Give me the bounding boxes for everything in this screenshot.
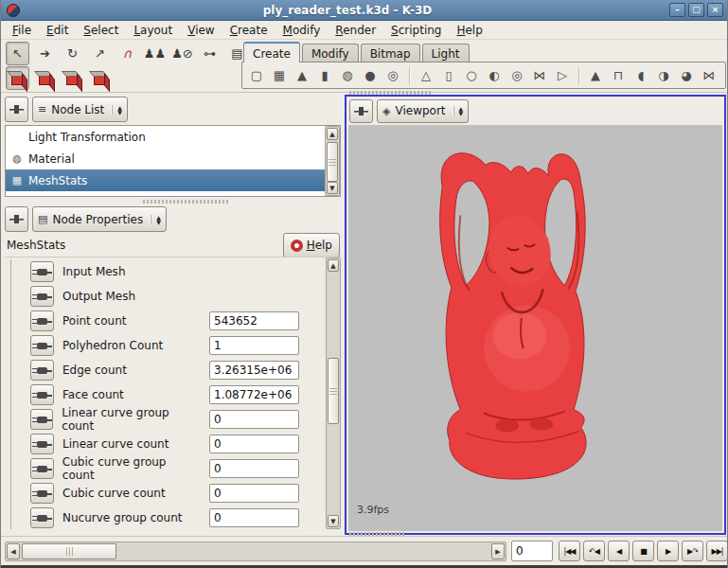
property-plug-button[interactable] — [30, 335, 54, 356]
menu-item[interactable]: Scripting — [383, 22, 449, 39]
property-plug-button[interactable] — [30, 458, 54, 479]
select-faces-mode-button[interactable] — [88, 66, 112, 90]
scroll-down-icon[interactable]: ▼ — [327, 182, 338, 194]
pin-panel-button[interactable] — [5, 206, 28, 232]
parent-button[interactable]: ♟♟ — [143, 42, 167, 65]
select-nodes-mode-button[interactable] — [6, 66, 29, 90]
select-points-mode-button[interactable] — [33, 66, 57, 90]
close-button[interactable]: × — [707, 3, 723, 17]
nurbs-sphere-icon[interactable]: ◖ — [630, 68, 652, 82]
skip-to-start-button[interactable]: |◀◀ — [559, 541, 580, 561]
property-value-field[interactable] — [209, 311, 299, 330]
pin-panel-button[interactable] — [5, 97, 28, 122]
buddha-model[interactable] — [430, 140, 610, 488]
scale-tool-button[interactable]: ↗ — [88, 42, 112, 65]
poly-torus-icon[interactable]: ◎ — [382, 68, 404, 82]
quadric-cone-icon[interactable]: △ — [415, 68, 437, 82]
menu-item[interactable]: Modify — [275, 22, 328, 39]
quadric-sphere-icon[interactable]: ◐ — [483, 68, 506, 82]
scroll-down-icon[interactable]: ▼ — [328, 515, 339, 527]
loop-play-backward-button[interactable]: ↶◀ — [583, 541, 605, 561]
menu-item[interactable]: Edit — [39, 22, 76, 39]
poly-sphere-icon[interactable]: ◍ — [336, 68, 359, 82]
menu-item[interactable]: Layout — [126, 22, 180, 39]
menu-item[interactable]: Render — [328, 22, 383, 39]
skip-to-end-button[interactable]: ▶▶| — [706, 541, 728, 561]
menu-item[interactable]: Create — [222, 22, 275, 39]
node-list-item[interactable]: Light Transformation — [6, 126, 340, 148]
nurbs-hemisphere-icon[interactable]: ◑ — [652, 68, 675, 82]
scrollbar-thumb[interactable] — [22, 543, 116, 559]
property-plug-button[interactable] — [30, 434, 54, 454]
property-value-field[interactable] — [209, 385, 299, 404]
minimize-button[interactable]: – — [669, 3, 685, 17]
rotate-tool-button[interactable]: ↻ — [61, 42, 84, 65]
quadric-torus-icon[interactable]: ◎ — [506, 68, 528, 82]
scroll-left-icon[interactable]: ◀ — [7, 543, 20, 559]
play-button[interactable]: ▶ — [657, 541, 679, 561]
property-value-field[interactable] — [209, 361, 299, 380]
loop-play-forward-button[interactable]: ▶↷ — [682, 541, 703, 561]
property-value-field[interactable] — [209, 484, 299, 503]
viewport-canvas[interactable]: 3.9fps — [348, 125, 722, 531]
unparent-button[interactable]: ♟⊘ — [170, 42, 194, 65]
horizontal-scrollbar[interactable]: ◀ ▶ — [5, 541, 506, 561]
property-value-field[interactable] — [209, 435, 299, 453]
property-value-field[interactable] — [209, 508, 299, 527]
node-list-item[interactable]: MeshStats Instance — [6, 191, 340, 197]
notebook-tab[interactable]: Create — [243, 42, 300, 62]
property-value-field[interactable] — [209, 459, 299, 478]
quadric-cylinder-icon[interactable]: ▯ — [437, 68, 460, 82]
scroll-up-icon[interactable]: ▲ — [328, 259, 339, 272]
properties-scrollbar[interactable]: ▲ ▼ — [326, 257, 341, 529]
stop-button[interactable]: ■ — [632, 541, 654, 561]
menu-item[interactable]: File — [5, 22, 39, 39]
select-tool-button[interactable]: ↖ — [6, 42, 29, 65]
panel-resize-grip[interactable] — [143, 200, 228, 204]
property-plug-button[interactable] — [30, 360, 54, 381]
poly-cylinder-icon[interactable]: ▮ — [313, 68, 336, 82]
scroll-up-icon[interactable]: ▲ — [327, 128, 338, 140]
scroll-right-icon[interactable]: ▶ — [491, 543, 505, 559]
poly-sphere-quad-icon[interactable]: ● — [359, 68, 382, 82]
menu-item[interactable]: Help — [449, 22, 489, 39]
property-plug-button[interactable] — [30, 286, 54, 307]
node-list-item[interactable]: ▦ MeshStats — [6, 169, 340, 191]
panel-type-selector[interactable]: ▤ Node Properties ▲▼ — [32, 206, 167, 232]
property-plug-button[interactable] — [30, 384, 54, 405]
nurbs-cone-icon[interactable]: ▲ — [584, 68, 607, 82]
menu-item[interactable]: Select — [76, 22, 126, 39]
poly-cube-icon[interactable]: ▢ — [245, 68, 268, 82]
property-value-field[interactable] — [209, 336, 299, 355]
frame-number-field[interactable] — [511, 541, 553, 561]
plug-tool-button[interactable]: ⊶ — [198, 42, 222, 65]
nurbs-hyperboloid-icon[interactable]: ⋈ — [698, 68, 720, 82]
maximize-button[interactable]: □ — [688, 3, 704, 17]
snap-tool-button[interactable]: ∩ — [115, 42, 139, 65]
title-bar[interactable]: ply_reader_test.k3d - K-3D –□× — [1, 0, 727, 21]
quadric-disk-icon[interactable]: ○ — [460, 68, 483, 82]
property-plug-button[interactable] — [30, 507, 54, 528]
quadric-paraboloid-icon[interactable]: ▷ — [551, 68, 574, 82]
panel-type-selector[interactable]: ≡ Node List ▲▼ — [32, 97, 128, 122]
poly-cone-icon[interactable]: ▲ — [291, 68, 313, 82]
nurbs-cylinder-icon[interactable]: ⊓ — [607, 68, 630, 82]
select-lines-mode-button[interactable] — [61, 66, 84, 90]
node-list-item[interactable]: ◍ Material — [6, 148, 340, 169]
play-backward-button[interactable]: ◀ — [608, 541, 630, 561]
property-plug-button[interactable] — [30, 311, 54, 331]
pin-panel-button[interactable] — [349, 99, 373, 123]
property-value-field[interactable] — [209, 410, 299, 429]
property-plug-button[interactable] — [30, 483, 54, 504]
scrollbar-thumb[interactable] — [328, 358, 339, 424]
node-list-scrollbar[interactable]: ▲ ▼ — [325, 126, 340, 196]
property-plug-button[interactable] — [30, 409, 53, 430]
poly-grid-icon[interactable]: ▦ — [268, 68, 291, 82]
panel-resize-grip[interactable] — [349, 91, 433, 95]
quadric-hyperboloid-icon[interactable]: ⋈ — [528, 68, 551, 82]
scrollbar-thumb[interactable] — [327, 142, 338, 182]
nurbs-torus-icon[interactable]: ◕ — [675, 68, 698, 82]
panel-type-selector[interactable]: ◈ Viewport ▲▼ — [377, 99, 469, 123]
property-plug-button[interactable] — [30, 261, 54, 282]
menu-item[interactable]: View — [180, 22, 222, 39]
